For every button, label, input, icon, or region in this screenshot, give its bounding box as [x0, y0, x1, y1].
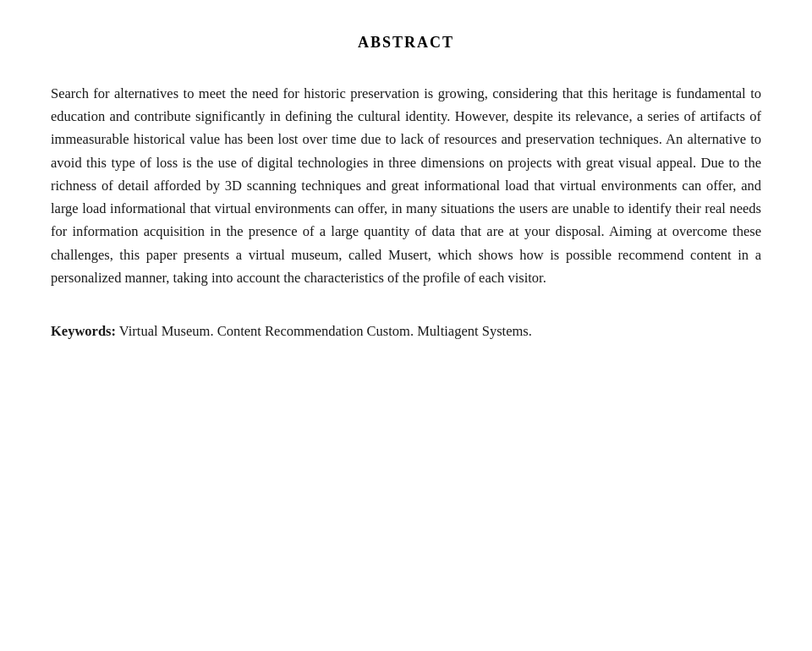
abstract-title: ABSTRACT: [51, 34, 761, 52]
keywords-text: Virtual Museum. Content Recommendation C…: [116, 323, 532, 339]
keywords-label: Keywords:: [51, 323, 116, 339]
abstract-body: Search for alternatives to meet the need…: [51, 82, 761, 289]
keywords-section: Keywords: Virtual Museum. Content Recomm…: [51, 320, 761, 342]
abstract-paragraph: Search for alternatives to meet the need…: [51, 82, 761, 289]
page-container: ABSTRACT Search for alternatives to meet…: [0, 0, 812, 651]
